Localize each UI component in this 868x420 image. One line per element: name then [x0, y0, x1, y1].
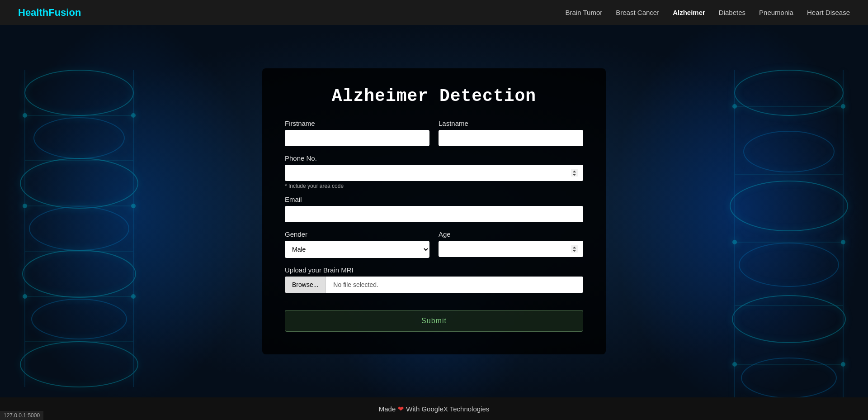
nav-link-diabetes[interactable]: Diabetes [719, 9, 745, 16]
form-title: Alzheimer Detection [285, 86, 583, 106]
svg-point-37 [841, 240, 845, 244]
file-input-wrapper: Browse... No file selected. [285, 277, 583, 293]
svg-point-24 [739, 243, 839, 286]
hero-section: Alzheimer Detection Firstname Lastname P… [0, 25, 868, 397]
svg-point-16 [131, 113, 136, 118]
svg-point-25 [732, 296, 845, 343]
nav-links: Brain TumorBreast CancerAlzheimerDiabete… [566, 9, 850, 17]
brand-logo[interactable]: HealthFusion [18, 7, 81, 19]
navbar: HealthFusion Brain TumorBreast CancerAlz… [0, 0, 868, 25]
address-bar: 127.0.0.1:5000 [0, 411, 43, 420]
gender-select[interactable]: MaleFemaleOther [285, 241, 429, 258]
svg-point-19 [23, 294, 27, 299]
age-group: Age [439, 230, 583, 258]
submit-button[interactable]: Submit [285, 310, 583, 332]
file-upload-group: Upload your Brain MRI Browse... No file … [285, 266, 583, 293]
lastname-input[interactable] [439, 130, 583, 146]
firstname-group: Firstname [285, 119, 429, 146]
svg-point-22 [744, 131, 834, 172]
dna-decoration-right [710, 25, 868, 397]
svg-point-6 [20, 342, 138, 387]
email-label: Email [285, 196, 583, 203]
nav-link-breast-cancer[interactable]: Breast Cancer [616, 9, 659, 16]
email-input[interactable] [285, 206, 583, 222]
svg-point-15 [23, 113, 27, 118]
nav-link-heart-disease[interactable]: Heart Disease [807, 9, 850, 16]
phone-label: Phone No. [285, 154, 583, 162]
phone-group: Phone No. [285, 154, 583, 181]
age-input[interactable] [439, 241, 583, 257]
svg-point-26 [741, 358, 836, 397]
svg-point-3 [29, 207, 129, 250]
svg-point-38 [732, 362, 737, 367]
phone-input[interactable] [285, 165, 583, 181]
form-card: Alzheimer Detection Firstname Lastname P… [262, 68, 606, 354]
browse-button[interactable]: Browse... [285, 277, 326, 293]
footer-text-after: With GoogleX Technologies [406, 405, 489, 413]
gender-group: Gender MaleFemaleOther [285, 230, 429, 258]
svg-point-2 [20, 158, 138, 208]
lastname-group: Lastname [439, 119, 583, 146]
address-text: 127.0.0.1:5000 [4, 412, 40, 419]
name-row: Firstname Lastname [285, 119, 583, 146]
gender-age-row: Gender MaleFemaleOther Age [285, 230, 583, 258]
file-name-display: No file selected. [326, 277, 583, 293]
svg-point-4 [23, 250, 136, 297]
svg-point-36 [732, 240, 737, 244]
svg-point-0 [25, 70, 133, 115]
firstname-label: Firstname [285, 119, 429, 127]
dna-decoration-left [0, 25, 158, 397]
heart-icon: ❤ [398, 405, 404, 413]
brand-text: HealthFusion [18, 7, 81, 18]
email-group: Email [285, 196, 583, 222]
svg-point-20 [131, 294, 136, 299]
svg-point-5 [32, 299, 127, 339]
svg-point-23 [730, 181, 848, 231]
svg-point-1 [34, 118, 124, 158]
svg-point-34 [732, 104, 737, 109]
svg-point-21 [735, 70, 843, 115]
phone-hint: * Include your area code [285, 183, 583, 189]
svg-point-35 [841, 104, 845, 109]
footer: Made ❤ With GoogleX Technologies [0, 397, 868, 420]
footer-text-before: Made [379, 405, 396, 413]
svg-point-18 [131, 204, 136, 208]
firstname-input[interactable] [285, 130, 429, 146]
gender-label: Gender [285, 230, 429, 238]
nav-link-alzheimer[interactable]: Alzheimer [673, 9, 705, 16]
svg-point-17 [23, 204, 27, 208]
upload-label: Upload your Brain MRI [285, 266, 583, 274]
age-label: Age [439, 230, 583, 238]
nav-link-pneumonia[interactable]: Pneumonia [759, 9, 793, 16]
lastname-label: Lastname [439, 119, 583, 127]
nav-link-brain-tumor[interactable]: Brain Tumor [566, 9, 603, 16]
svg-point-39 [841, 362, 845, 367]
